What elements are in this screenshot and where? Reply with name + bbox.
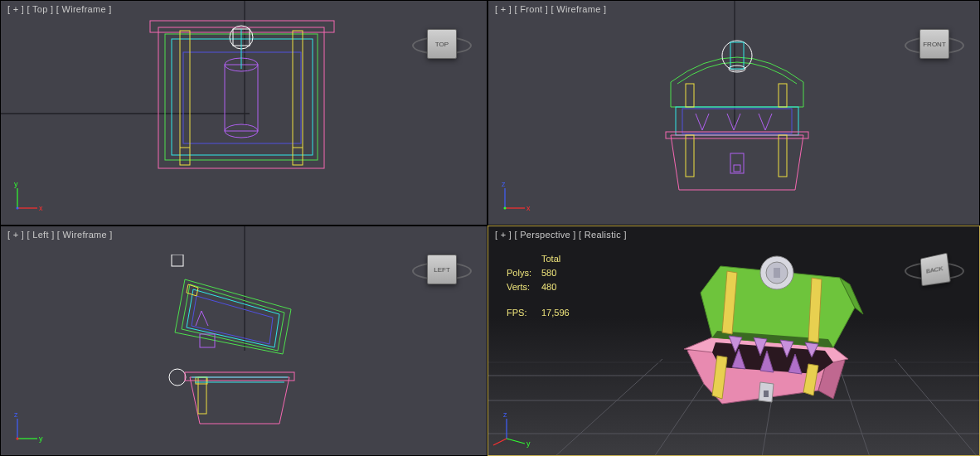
statistics-overlay: Total Polys:580 Verts:480 FPS:17,596 (505, 251, 571, 321)
axis-gizmo: x y (12, 180, 46, 213)
svg-point-55 (17, 438, 19, 440)
viewport-perspective[interactable]: Total Polys:580 Verts:480 FPS:17,596 [ +… (488, 226, 980, 456)
svg-text:y: y (14, 180, 18, 188)
viewport-menu-btn[interactable]: [ + ] (495, 4, 512, 14)
viewport-menu-btn[interactable]: [ + ] (7, 4, 24, 14)
svg-point-12 (225, 58, 258, 71)
svg-rect-46 (185, 372, 294, 381)
svg-rect-8 (293, 31, 303, 165)
grid (1, 226, 250, 351)
svg-rect-47 (198, 377, 206, 414)
svg-rect-34 (730, 153, 744, 173)
viewport-name-btn[interactable]: [ Perspective ] (515, 230, 576, 240)
viewport-front[interactable]: [ + ] [ Front ] [ Wireframe ] FRONT x z (488, 0, 980, 226)
svg-rect-30 (686, 135, 694, 177)
stats-header: Total (541, 253, 570, 265)
viewcube-face[interactable]: FRONT (919, 29, 949, 59)
viewport-menu-btn[interactable]: [ + ] (495, 230, 512, 240)
svg-point-43 (169, 369, 186, 386)
stats-fps-label: FPS: (507, 307, 540, 319)
viewport-label[interactable]: [ + ] [ Perspective ] [ Realistic ] (495, 230, 627, 240)
svg-text:y: y (39, 434, 43, 443)
svg-rect-31 (779, 135, 787, 177)
viewport-mode-btn[interactable]: [ Wireframe ] (56, 4, 112, 14)
svg-rect-48 (196, 377, 207, 384)
svg-rect-3 (150, 21, 334, 32)
svg-text:z: z (502, 180, 506, 188)
svg-line-70 (507, 439, 525, 444)
viewport-top[interactable]: [ + ] [ Top ] [ Wireframe ] TOP x y (0, 0, 488, 226)
svg-rect-27 (676, 107, 798, 135)
axis-gizmo: y z (12, 410, 46, 444)
svg-rect-7 (180, 31, 190, 165)
svg-rect-2 (158, 27, 324, 168)
viewcube[interactable]: FRONT (910, 19, 959, 69)
viewcube-face[interactable]: BACK (920, 253, 951, 287)
viewport-label[interactable]: [ + ] [ Left ] [ Wireframe ] (7, 230, 113, 240)
svg-rect-32 (686, 84, 694, 107)
svg-rect-67 (764, 391, 769, 397)
svg-rect-6 (183, 52, 301, 143)
viewcube[interactable]: BACK (910, 245, 959, 294)
svg-rect-5 (172, 39, 313, 155)
svg-point-21 (17, 207, 19, 210)
svg-rect-29 (666, 132, 808, 138)
viewport-mode-btn[interactable]: [ Wireframe ] (551, 4, 606, 14)
viewcube[interactable]: LEFT (417, 245, 467, 294)
svg-text:z: z (503, 410, 507, 419)
svg-text:x: x (526, 204, 531, 212)
svg-rect-11 (225, 65, 258, 131)
viewport-name-btn[interactable]: [ Left ] (27, 230, 55, 240)
viewport-mode-btn[interactable]: [ Realistic ] (579, 230, 627, 240)
wireframe-top (143, 19, 341, 177)
svg-point-24 (722, 41, 752, 70)
grid (1, 1, 250, 125)
viewport-left[interactable]: [ + ] [ Left ] [ Wireframe ] LEFT y z (0, 226, 488, 456)
svg-rect-15 (233, 29, 250, 46)
stats-polys-label: Polys: (507, 267, 540, 279)
svg-rect-45 (200, 334, 215, 347)
svg-point-14 (230, 26, 253, 49)
svg-text:x: x (39, 204, 43, 212)
viewport-mode-btn[interactable]: [ Wireframe ] (57, 230, 113, 240)
axis-gizmo: z y (500, 410, 533, 444)
viewcube-face[interactable]: TOP (427, 29, 457, 59)
svg-rect-35 (734, 165, 740, 172)
viewport-label[interactable]: [ + ] [ Front ] [ Wireframe ] (495, 4, 606, 14)
grid (488, 1, 737, 125)
viewport-menu-btn[interactable]: [ + ] (7, 230, 24, 240)
wireframe-front (654, 24, 820, 198)
stats-verts-label: Verts: (507, 281, 540, 293)
viewport-grid: [ + ] [ Top ] [ Wireframe ] TOP x y (0, 0, 980, 456)
svg-rect-28 (682, 109, 792, 133)
svg-rect-4 (165, 34, 318, 160)
viewcube-face[interactable]: LEFT (427, 255, 457, 284)
svg-point-26 (729, 65, 745, 72)
stats-polys-value: 580 (541, 267, 570, 279)
viewport-name-btn[interactable]: [ Top ] (27, 4, 54, 14)
wireframe-left (150, 255, 316, 429)
svg-rect-44 (172, 255, 183, 266)
viewport-label[interactable]: [ + ] [ Top ] [ Wireframe ] (7, 4, 112, 14)
viewcube[interactable]: TOP (417, 19, 467, 69)
svg-text:z: z (14, 410, 18, 419)
axis-gizmo: x z (500, 180, 533, 213)
stats-fps-value: 17,596 (541, 307, 570, 319)
svg-point-40 (504, 207, 507, 210)
svg-rect-33 (779, 84, 787, 107)
stats-verts-value: 480 (541, 281, 570, 293)
svg-point-13 (225, 124, 258, 138)
svg-rect-25 (730, 42, 744, 69)
viewport-name-btn[interactable]: [ Front ] (515, 4, 549, 14)
svg-text:y: y (526, 439, 531, 448)
